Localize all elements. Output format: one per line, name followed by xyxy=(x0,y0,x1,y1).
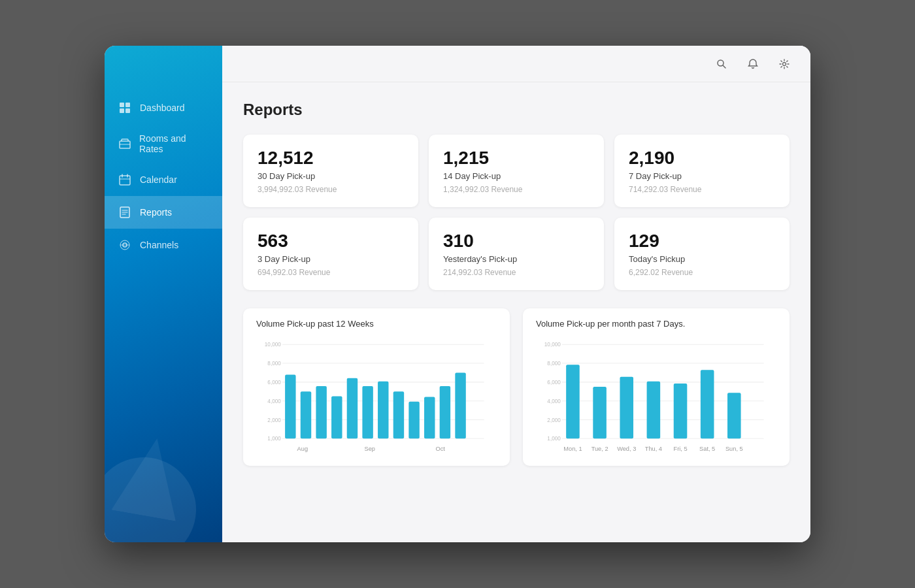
svg-text:Sep: Sep xyxy=(364,446,374,452)
weekly-chart-card: Volume Pick-up past 12 Weeks 10,000 xyxy=(243,308,510,466)
svg-rect-1 xyxy=(125,103,130,107)
sidebar-item-channels[interactable]: Channels xyxy=(105,229,222,261)
svg-rect-63 xyxy=(674,384,688,438)
svg-rect-37 xyxy=(362,386,373,438)
search-button[interactable] xyxy=(711,54,732,74)
svg-rect-39 xyxy=(393,391,404,438)
svg-rect-59 xyxy=(566,365,580,438)
channels-icon xyxy=(118,238,132,252)
weekly-chart-area: 10,000 8,000 6,000 4,000 2,000 1,000 xyxy=(256,338,497,455)
dashboard-icon xyxy=(118,101,132,115)
svg-rect-3 xyxy=(125,108,130,113)
svg-rect-33 xyxy=(301,391,311,438)
svg-rect-60 xyxy=(593,387,607,438)
stat-number-today: 129 xyxy=(629,231,775,252)
svg-text:Oct: Oct xyxy=(436,446,446,452)
svg-rect-35 xyxy=(331,396,342,438)
dashboard-label: Dashboard xyxy=(140,103,185,113)
stat-revenue-14day: 1,324,992.03 Revenue xyxy=(443,185,590,194)
svg-text:4,000: 4,000 xyxy=(267,399,281,404)
svg-rect-32 xyxy=(285,375,295,439)
svg-text:Sun, 5: Sun, 5 xyxy=(725,446,743,452)
daily-chart-area: 10,000 8,000 6,000 4,000 2,000 1,000 xyxy=(536,338,776,455)
svg-rect-38 xyxy=(378,382,388,438)
svg-text:Tue, 2: Tue, 2 xyxy=(591,446,608,452)
svg-rect-65 xyxy=(727,393,741,438)
daily-chart-title: Volume Pick-up per month past 7 Days. xyxy=(536,319,776,329)
charts-section: Volume Pick-up past 12 Weeks 10,000 xyxy=(243,308,790,466)
stat-label-14day: 14 Day Pick-up xyxy=(443,171,590,181)
svg-text:2,000: 2,000 xyxy=(547,417,561,423)
svg-rect-62 xyxy=(647,382,661,438)
weekly-chart-title: Volume Pick-up past 12 Weeks xyxy=(256,319,497,329)
rooms-label: Rooms and Rates xyxy=(139,133,209,154)
svg-rect-0 xyxy=(120,103,124,107)
topbar xyxy=(222,46,810,82)
svg-rect-36 xyxy=(347,378,358,439)
svg-text:1,000: 1,000 xyxy=(267,436,281,442)
calendar-icon xyxy=(118,172,132,187)
stat-number-7day: 2,190 xyxy=(629,148,775,169)
stat-number-30day: 12,512 xyxy=(258,148,404,169)
stat-revenue-3day: 694,992.03 Revenue xyxy=(258,268,404,277)
stat-card-today: 129 Today's Pickup 6,292.02 Revenue xyxy=(614,218,790,290)
svg-text:6,000: 6,000 xyxy=(267,380,281,385)
stat-label-yesterday: Yesterday's Pick-up xyxy=(443,254,590,264)
svg-rect-43 xyxy=(455,372,465,438)
notification-button[interactable] xyxy=(742,54,763,74)
sidebar-item-calendar[interactable]: Calendar xyxy=(105,163,222,196)
stat-label-today: Today's Pickup xyxy=(629,254,775,264)
stat-card-30day: 12,512 30 Day Pick-up 3,994,992.03 Reven… xyxy=(243,135,418,207)
svg-point-19 xyxy=(783,62,786,65)
svg-rect-64 xyxy=(701,370,714,438)
svg-text:2,000: 2,000 xyxy=(267,417,281,423)
stat-card-14day: 1,215 14 Day Pick-up 1,324,992.03 Revenu… xyxy=(429,135,604,207)
sidebar-item-dashboard[interactable]: Dashboard xyxy=(105,91,222,124)
svg-text:Aug: Aug xyxy=(297,446,308,452)
reports-label: Reports xyxy=(140,207,172,218)
stat-label-3day: 3 Day Pick-up xyxy=(258,254,404,264)
svg-text:1,000: 1,000 xyxy=(547,436,561,442)
daily-chart-card: Volume Pick-up per month past 7 Days. 10… xyxy=(523,308,790,466)
stat-revenue-30day: 3,994,992.03 Revenue xyxy=(258,185,404,194)
svg-text:8,000: 8,000 xyxy=(547,361,561,367)
stat-number-14day: 1,215 xyxy=(443,148,590,169)
calendar-label: Calendar xyxy=(140,174,177,185)
svg-text:Sat, 5: Sat, 5 xyxy=(699,446,715,452)
stat-revenue-today: 6,292.02 Revenue xyxy=(629,268,775,277)
stat-number-yesterday: 310 xyxy=(443,231,590,252)
stat-revenue-yesterday: 214,992.03 Revenue xyxy=(443,268,590,277)
svg-text:Mon, 1: Mon, 1 xyxy=(563,446,582,452)
sidebar-nav: Dashboard Rooms and Rates xyxy=(105,91,222,261)
svg-text:Thu, 4: Thu, 4 xyxy=(645,446,662,452)
svg-rect-34 xyxy=(316,386,326,438)
svg-text:4,000: 4,000 xyxy=(547,399,561,404)
page-title: Reports xyxy=(243,101,790,119)
svg-rect-40 xyxy=(408,402,419,439)
svg-rect-42 xyxy=(440,386,450,438)
daily-bar-chart: 10,000 8,000 6,000 4,000 2,000 1,000 xyxy=(536,338,776,455)
stat-card-yesterday: 310 Yesterday's Pick-up 214,992.03 Reven… xyxy=(429,218,604,290)
svg-text:10,000: 10,000 xyxy=(544,342,561,348)
svg-text:8,000: 8,000 xyxy=(267,361,281,367)
svg-rect-41 xyxy=(424,397,435,439)
svg-text:Fri, 5: Fri, 5 xyxy=(673,446,687,452)
page-content: Reports 12,512 30 Day Pick-up 3,994,992.… xyxy=(222,82,810,542)
stat-card-7day: 2,190 7 Day Pick-up 714,292.03 Revenue xyxy=(614,135,790,207)
rooms-icon xyxy=(118,137,131,151)
app-window: Dashboard Rooms and Rates xyxy=(105,46,810,542)
svg-rect-2 xyxy=(120,108,124,113)
sidebar-item-reports[interactable]: Reports xyxy=(105,196,222,229)
channels-label: Channels xyxy=(140,240,178,250)
weekly-bar-chart: 10,000 8,000 6,000 4,000 2,000 1,000 xyxy=(256,338,497,455)
sidebar-item-rooms-rates[interactable]: Rooms and Rates xyxy=(105,124,222,163)
stat-label-7day: 7 Day Pick-up xyxy=(629,171,775,181)
svg-text:10,000: 10,000 xyxy=(265,342,282,348)
main-content: Reports 12,512 30 Day Pick-up 3,994,992.… xyxy=(222,46,810,542)
svg-text:Wed, 3: Wed, 3 xyxy=(617,446,636,452)
svg-text:6,000: 6,000 xyxy=(547,380,561,385)
settings-button[interactable] xyxy=(774,54,795,74)
sidebar: Dashboard Rooms and Rates xyxy=(105,46,222,542)
stat-number-3day: 563 xyxy=(258,231,404,252)
stat-revenue-7day: 714,292.03 Revenue xyxy=(629,185,775,194)
